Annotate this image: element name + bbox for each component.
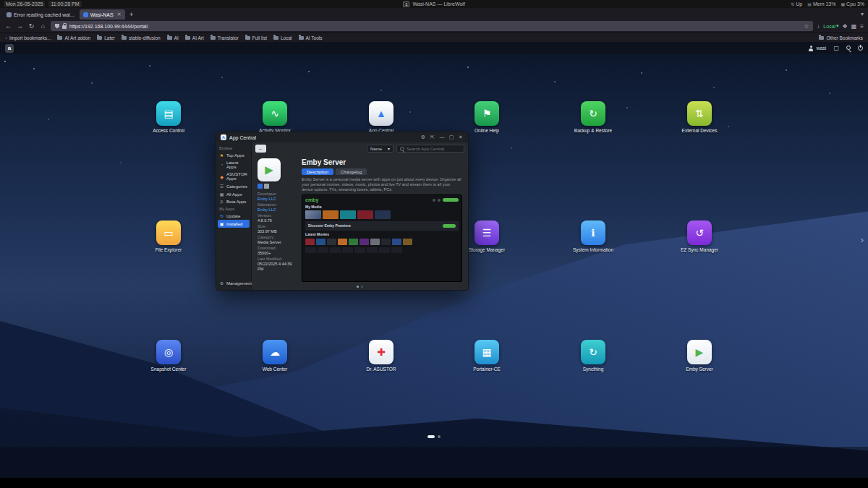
tab-close-icon[interactable]: ✕	[117, 12, 122, 17]
desktop-icon-app-central[interactable]: ▲ App Central	[352, 101, 410, 133]
forward-icon[interactable]: →	[16, 22, 24, 30]
adm-launcher-button[interactable]: a	[5, 44, 14, 53]
adm-header-right: wasi ▢	[808, 45, 863, 51]
cpu-icon: ▦	[841, 1, 845, 7]
sidebar-item-asustor-apps[interactable]: ◆ASUSTOR Apps	[216, 171, 251, 182]
folder-icon	[819, 36, 824, 40]
sort-dropdown[interactable]: Name▾	[367, 145, 393, 153]
meta-label: Developer:	[258, 192, 297, 197]
app-search[interactable]	[396, 145, 464, 153]
sidebar-item-beta-apps[interactable]: βBeta Apps	[216, 198, 251, 205]
sidebar-item-management[interactable]: ⚙Management	[216, 279, 251, 287]
back-icon[interactable]: ←	[4, 22, 12, 30]
sidebar-section-my-apps: My Apps	[216, 205, 251, 212]
asustor-icon: ◆	[219, 174, 224, 179]
bookmark-folder-stable-diffusion[interactable]: stable-diffusion	[122, 35, 161, 40]
bookmark-folder-ai-art[interactable]: AI Art	[185, 35, 204, 40]
maintainer-link[interactable]: Emby LLC	[258, 207, 297, 213]
ez-sync-manager-icon: ↺	[687, 221, 712, 245]
emby-premiere-banner: Discover Emby Premiere	[305, 221, 459, 231]
close-icon[interactable]: ✕	[458, 134, 464, 140]
tab-changelog[interactable]: Changelog	[336, 168, 367, 175]
web-center-icon: ☁	[263, 340, 287, 364]
desktop-icon-file-explorer[interactable]: ▭ File Explorer	[140, 221, 197, 252]
other-bookmarks[interactable]: Other Bookmarks	[819, 35, 863, 40]
page-indicator[interactable]	[438, 435, 441, 438]
address-bar[interactable]: https://192.168.100.99:4444/portal/ ☆	[51, 21, 813, 31]
home-icon[interactable]: ⌂	[39, 22, 47, 30]
desktop-icon-web-center[interactable]: ☁ Web Center	[246, 340, 304, 372]
desktop-icon-activity-monitor[interactable]: ∿ Activity Monitor	[246, 101, 304, 133]
downloads-icon[interactable]: ↓	[817, 23, 820, 30]
desktop-icon-system-information[interactable]: ℹ System Information	[564, 221, 622, 252]
icon-label: Dr. ASUSTOR	[352, 367, 410, 372]
power-icon[interactable]	[858, 46, 863, 51]
show-desktop-icon[interactable]: ▢	[833, 45, 839, 51]
icon-label: System Information	[564, 247, 622, 252]
screenshot-dot-active[interactable]	[357, 286, 359, 288]
desktop-icon-external-devices[interactable]: ⇅ External Devices	[671, 101, 728, 133]
sidebar-item-installed[interactable]: ▣Installed	[218, 220, 250, 228]
desktop-icon-ez-sync-manager[interactable]: ↺ EZ Sync Manager	[671, 221, 728, 252]
bookmark-folder-ai-tools[interactable]: AI Tools	[299, 35, 323, 40]
window-titlebar[interactable]: A App Central ⚙ ⇱ — ▢ ✕	[216, 132, 468, 142]
desktop-icon-online-help[interactable]: ⚑ Online Help	[458, 101, 516, 133]
tab-description[interactable]: Description	[302, 168, 333, 175]
desktop-icon-snapshot-center[interactable]: ◎ Snapshot Center	[140, 340, 197, 372]
desktop-icon-syncthing[interactable]: ↻ Syncthing	[564, 340, 622, 372]
emby-movies-row	[305, 239, 459, 245]
user-menu[interactable]: wasi	[808, 46, 826, 51]
desktop-icon-portainer-ce[interactable]: ▦ Portainer-CE	[458, 340, 516, 372]
bookmark-folder-full-list[interactable]: Full list	[245, 35, 267, 40]
tab-error-reading[interactable]: Error reading cached wal...	[3, 9, 78, 20]
list-all-tabs-icon[interactable]: ▾	[861, 11, 865, 17]
bookmark-folder-later[interactable]: Later	[97, 35, 115, 40]
screenshot-dot[interactable]	[361, 286, 363, 288]
folder-icon	[97, 36, 102, 40]
emby-ui-header: emby	[305, 197, 459, 202]
page-indicator-active[interactable]	[427, 435, 435, 438]
bookmark-folder-local[interactable]: Local	[273, 35, 292, 40]
bookmark-star-icon[interactable]: ☆	[804, 23, 809, 30]
grid-icon[interactable]: ▦	[851, 23, 857, 30]
menu-icon[interactable]: ≡	[860, 23, 864, 30]
new-tab-button[interactable]: +	[127, 9, 137, 20]
minimize-icon[interactable]: —	[439, 134, 445, 140]
container-label[interactable]: Local▾	[823, 23, 838, 29]
reload-icon[interactable]: ↻	[27, 22, 35, 30]
sidebar-item-latest-apps[interactable]: ◔Latest Apps	[216, 159, 251, 171]
back-button[interactable]: ←	[255, 145, 266, 153]
user-icon	[808, 46, 814, 51]
system-information-icon: ℹ	[581, 221, 605, 245]
desktop-icon-access-control[interactable]: ▤ Access Control	[140, 101, 197, 133]
pin-icon[interactable]: ⇱	[430, 134, 435, 140]
sidebar-item-update[interactable]: ↻Update	[216, 212, 251, 220]
tracking-shield-icon[interactable]	[55, 24, 59, 29]
poster	[316, 239, 326, 245]
desktop-icon-backup-restore[interactable]: ↻ Backup & Restore	[564, 101, 622, 133]
bookmark-folder-translator[interactable]: Translator	[210, 35, 239, 40]
maximize-icon[interactable]: ▢	[448, 134, 454, 140]
developer-link[interactable]: Emby LLC	[258, 197, 297, 202]
search-input[interactable]	[407, 147, 461, 151]
sidebar-item-top-apps[interactable]: ★Top Apps	[216, 151, 251, 159]
tab-wasi-nas[interactable]: Wasi-NAS ✕	[80, 9, 125, 20]
desktop-icon-emby-server[interactable]: ▶ Emby Server	[671, 340, 728, 372]
sidebar-item-all-apps[interactable]: ▦All Apps	[216, 190, 251, 198]
sidebar-item-categories[interactable]: ☰Categories	[216, 182, 251, 190]
bookmark-folder-ai-art-addon[interactable]: AI Art addon	[57, 35, 90, 40]
bookmark-folder-ai[interactable]: AI	[167, 35, 179, 40]
workspace-badge[interactable]: 1	[403, 1, 409, 7]
premiere-button	[443, 198, 459, 202]
search-icon[interactable]	[846, 45, 851, 51]
next-page-arrow[interactable]: ›	[861, 234, 864, 245]
poster	[305, 210, 321, 219]
padlock-icon[interactable]	[62, 25, 67, 29]
settings-gear-icon[interactable]: ⚙	[420, 134, 426, 140]
desktop-icon-dr-asustor[interactable]: ✚ Dr. ASUSTOR	[352, 340, 410, 372]
url-text[interactable]: https://192.168.100.99:4444/portal/	[69, 24, 148, 29]
extensions-icon[interactable]: ❖	[843, 23, 848, 30]
icon-label: Emby Server	[671, 367, 728, 372]
bookmark-import[interactable]: ↓Import bookmarks...	[5, 35, 51, 40]
emby-ui-nav	[433, 198, 459, 202]
